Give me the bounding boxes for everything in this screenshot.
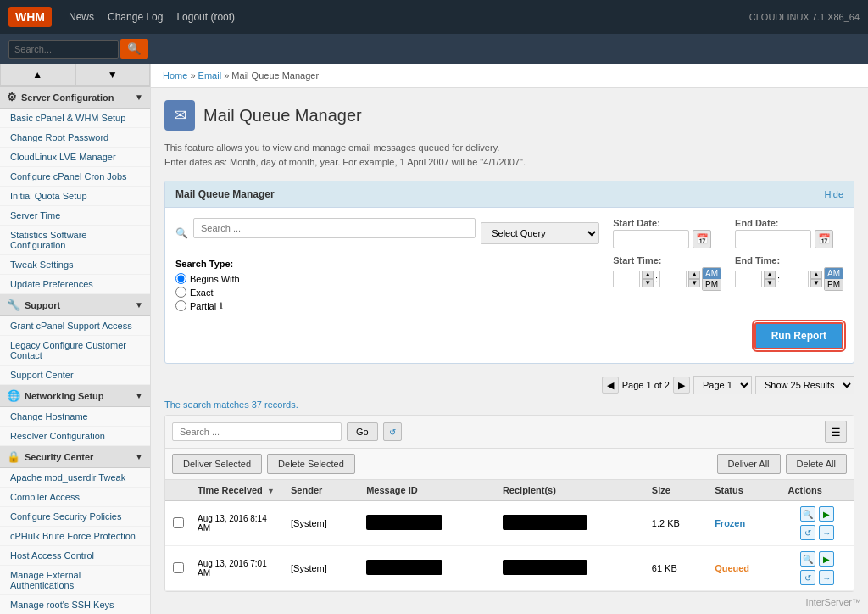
pagination-next[interactable]: ▶ (673, 377, 690, 394)
sidebar-item-update-preferences[interactable]: Update Preferences (0, 275, 150, 294)
start-time-ampm[interactable]: AM PM (702, 267, 721, 291)
sidebar-item-cloudlinux-lve[interactable]: CloudLinux LVE Manager (0, 148, 150, 167)
sidebar-item-resolver-config[interactable]: Resolver Configuration (0, 427, 150, 446)
breadcrumb-email[interactable]: Email (198, 70, 222, 81)
sidebar-item-server-time[interactable]: Server Time (0, 206, 150, 226)
hide-link[interactable]: Hide (824, 189, 843, 199)
start-time-hour-spinner: ▲ ▼ (642, 271, 654, 287)
row2-deliver-icon[interactable]: ▶ (819, 551, 834, 567)
sidebar-nav-up[interactable]: ▲ (0, 64, 75, 86)
breadcrumb-home[interactable]: Home (163, 70, 187, 81)
sidebar-item-basic-cpanel-whm[interactable]: Basic cPanel & WHM Setup (0, 109, 150, 128)
table-refresh-icon[interactable]: ↺ (383, 422, 402, 441)
radio-exact-input[interactable] (175, 287, 186, 298)
queue-search-input[interactable] (193, 218, 476, 238)
start-time-hour-input[interactable]: 11 (613, 271, 640, 287)
col-size[interactable]: Size (645, 480, 708, 501)
time-separator2: : (777, 274, 780, 284)
sidebar-search-input[interactable] (8, 40, 119, 59)
nav-logout[interactable]: Logout (root) (176, 11, 235, 23)
radio-partial[interactable]: Partial ℹ (175, 300, 599, 311)
start-time-pm[interactable]: PM (703, 279, 721, 290)
end-time-pm[interactable]: PM (825, 279, 843, 290)
search-type: Search Type: Begins With Exact (175, 259, 599, 311)
row2-forward-icon[interactable]: → (819, 570, 834, 585)
start-time-min-input[interactable]: 12 (659, 271, 687, 287)
start-date-calendar-icon[interactable]: 📅 (693, 230, 711, 248)
radio-begins-with[interactable]: Begins With (175, 273, 599, 284)
row2-requeue-icon[interactable]: ↺ (800, 570, 815, 585)
end-time-min-input[interactable]: 12 (782, 271, 809, 287)
start-time-hour-down[interactable]: ▼ (642, 279, 654, 287)
sidebar-section-server-configuration[interactable]: ⚙ Server Configuration ▼ (0, 87, 150, 109)
sidebar-item-manage-external-auth[interactable]: Manage External Authentications (0, 566, 150, 595)
nav-news[interactable]: News (69, 11, 94, 23)
row1-status-badge: Frozen (715, 518, 745, 528)
run-report-button[interactable]: Run Report (754, 322, 843, 349)
sidebar-item-host-access-control[interactable]: Host Access Control (0, 546, 150, 566)
pagination-prev[interactable]: ◀ (602, 377, 619, 394)
end-time-min-up[interactable]: ▲ (810, 271, 822, 279)
sidebar-item-initial-quota[interactable]: Initial Quota Setup (0, 187, 150, 206)
end-time-ampm[interactable]: AM PM (824, 267, 843, 291)
start-time-min-down[interactable]: ▼ (688, 279, 700, 287)
radio-exact[interactable]: Exact (175, 287, 599, 298)
table-columns-icon[interactable]: ☰ (825, 421, 847, 443)
sidebar-section-support[interactable]: 🔧 Support ▼ (0, 294, 150, 316)
delete-selected-button[interactable]: Delete Selected (267, 454, 355, 474)
row1-deliver-icon[interactable]: ▶ (819, 506, 834, 522)
col-sender[interactable]: Sender (284, 480, 359, 501)
deliver-all-button[interactable]: Deliver All (717, 454, 781, 474)
start-time-min-up[interactable]: ▲ (688, 271, 700, 279)
table-search-input[interactable] (172, 422, 342, 441)
nav-changelog[interactable]: Change Log (108, 11, 163, 23)
sidebar-item-grant-cpanel-support[interactable]: Grant cPanel Support Access (0, 316, 150, 336)
sidebar-item-tweak-settings[interactable]: Tweak Settings (0, 255, 150, 275)
end-time-hour-up[interactable]: ▲ (764, 271, 776, 279)
table-search-go-button[interactable]: Go (347, 422, 378, 441)
deliver-selected-button[interactable]: Deliver Selected (172, 454, 262, 474)
radio-partial-input[interactable] (175, 300, 186, 311)
action-row-right: Deliver All Delete All (717, 454, 847, 474)
end-date-input[interactable]: 8/14/2016 (735, 230, 811, 248)
sidebar-item-legacy-configure[interactable]: Legacy Configure Customer Contact (0, 336, 150, 366)
sidebar-item-change-root-password[interactable]: Change Root Password (0, 128, 150, 148)
sidebar-nav-down[interactable]: ▼ (75, 64, 151, 86)
sidebar-section-networking[interactable]: 🌐 Networking Setup ▼ (0, 385, 150, 407)
sidebar-item-manage-root-ssh[interactable]: Manage root's SSH Keys (0, 595, 150, 614)
show-results-dropdown[interactable]: Show 25 Results (755, 376, 854, 394)
sidebar-item-configure-cpanel-cron[interactable]: Configure cPanel Cron Jobs (0, 167, 150, 187)
end-time-am[interactable]: AM (825, 268, 843, 279)
col-time-received[interactable]: Time Received ▼ (191, 480, 284, 501)
sidebar-item-cphulk[interactable]: cPHulk Brute Force Protection (0, 527, 150, 546)
row2-search-icon[interactable]: 🔍 (800, 551, 815, 567)
sidebar-item-apache-mod-userdir[interactable]: Apache mod_userdir Tweak (0, 468, 150, 488)
page-select-dropdown[interactable]: Page 1 (693, 376, 752, 394)
col-recipients[interactable]: Recipient(s) (496, 480, 645, 501)
row1-checkbox[interactable] (173, 517, 184, 528)
sidebar-search-button[interactable]: 🔍 (120, 39, 148, 59)
row1-requeue-icon[interactable]: ↺ (800, 525, 815, 540)
start-date-input[interactable]: 6/13/2016 (613, 230, 689, 248)
radio-begins-with-input[interactable] (175, 273, 186, 284)
sidebar-item-compiler-access[interactable]: Compiler Access (0, 488, 150, 507)
start-time-am[interactable]: AM (703, 268, 721, 279)
end-time-label: End Time: (735, 255, 843, 265)
end-date-calendar-icon[interactable]: 📅 (815, 230, 833, 248)
row2-checkbox[interactable] (173, 562, 184, 573)
end-time-min-down[interactable]: ▼ (810, 279, 822, 287)
select-query-dropdown[interactable]: Select Query (481, 222, 599, 244)
end-time-hour-down[interactable]: ▼ (764, 279, 776, 287)
delete-all-button[interactable]: Delete All (786, 454, 847, 474)
end-time-hour-input[interactable]: 11 (735, 271, 762, 287)
row1-forward-icon[interactable]: → (819, 525, 834, 540)
row1-search-icon[interactable]: 🔍 (800, 506, 815, 522)
sidebar-section-security[interactable]: 🔒 Security Center ▼ (0, 446, 150, 468)
col-status[interactable]: Status (708, 480, 781, 501)
sidebar-item-change-hostname[interactable]: Change Hostname (0, 407, 150, 427)
sidebar-item-support-center[interactable]: Support Center (0, 366, 150, 385)
sidebar-item-statistics[interactable]: Statistics Software Configuration (0, 226, 150, 255)
sidebar-item-configure-security-policies[interactable]: Configure Security Policies (0, 507, 150, 527)
col-message-id[interactable]: Message ID (359, 480, 496, 501)
start-time-hour-up[interactable]: ▲ (642, 271, 654, 279)
